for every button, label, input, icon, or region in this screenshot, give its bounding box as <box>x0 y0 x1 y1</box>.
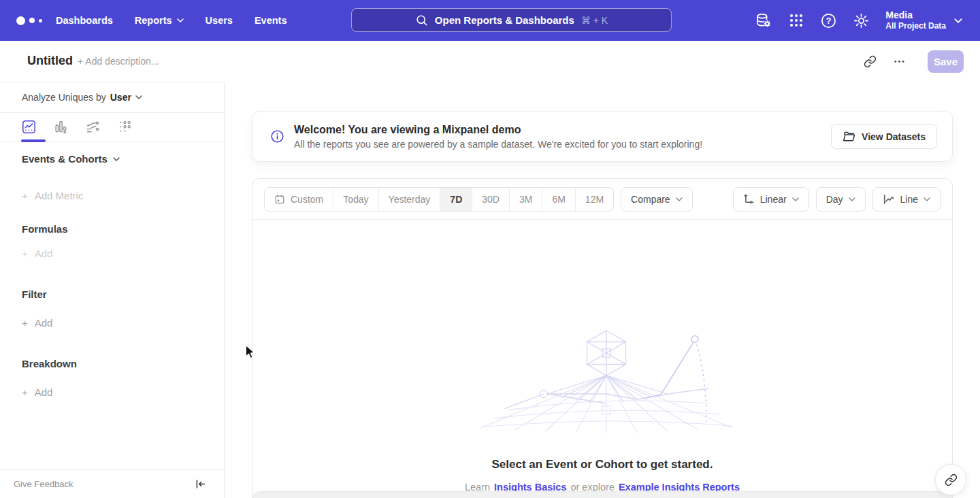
empty-state-title: Select an Event or Cohort to get started… <box>252 458 952 471</box>
empty-state: Select an Event or Cohort to get started… <box>252 220 952 497</box>
search-icon <box>415 14 428 27</box>
insights-chart-card: Custom Today Yesterday 7D 30D 3M 6M 12M … <box>252 178 953 498</box>
nav-events[interactable]: Events <box>255 15 287 26</box>
tab-bar-chart-icon[interactable] <box>54 120 68 134</box>
calendar-icon <box>274 194 285 205</box>
chevron-down-icon <box>113 157 120 161</box>
breakdown-label: Breakdown <box>22 358 77 369</box>
nav-reports[interactable]: Reports <box>135 15 184 26</box>
add-formula-label: Add <box>35 248 53 259</box>
range-3m[interactable]: 3M <box>509 188 542 211</box>
chevron-down-icon <box>135 95 142 99</box>
nav-reports-label: Reports <box>135 15 172 26</box>
tab-insights-line-icon[interactable] <box>22 120 36 134</box>
svg-text:?: ? <box>826 16 832 26</box>
link-icon <box>945 474 958 486</box>
chevron-down-icon <box>954 18 962 23</box>
banner-text: Welcome! You are viewing a Mixpanel demo… <box>294 124 831 150</box>
search-shortcut: ⌘ + K <box>581 15 608 26</box>
analyze-value-dropdown[interactable]: User <box>110 92 142 103</box>
plus-icon: + <box>22 248 28 259</box>
display-controls: Linear Day Line <box>733 187 941 212</box>
logo-dot-medium <box>29 18 35 23</box>
line-chart-icon <box>883 193 895 205</box>
more-options-icon[interactable] <box>894 57 905 66</box>
give-feedback-link[interactable]: Give Feedback <box>14 479 73 489</box>
settings-gear-icon[interactable] <box>853 12 870 29</box>
global-search-input[interactable]: Open Reports & Dashboards ⌘ + K <box>351 8 672 32</box>
add-filter-label: Add <box>35 317 53 329</box>
range-6m[interactable]: 6M <box>542 188 574 211</box>
filter-section-header: Filter <box>22 288 47 300</box>
date-controls: Custom Today Yesterday 7D 30D 3M 6M 12M … <box>264 187 693 212</box>
selected-tab-underline <box>21 139 46 142</box>
chart-type-tabs <box>0 113 224 142</box>
plus-icon: + <box>22 190 28 201</box>
report-description-placeholder[interactable]: + Add description... <box>78 56 159 67</box>
add-breakdown-label: Add <box>35 386 53 398</box>
add-metric-label: Add Metric <box>35 190 84 201</box>
analyze-prefix-label: Analyze Uniques by <box>22 92 106 103</box>
granularity-label: Day <box>826 194 843 205</box>
nav-users[interactable]: Users <box>206 15 233 26</box>
banner-subtitle: All the reports you see are powered by a… <box>294 139 831 150</box>
date-range-segmented-control: Custom Today Yesterday 7D 30D 3M 6M 12M <box>264 187 614 212</box>
filter-label: Filter <box>22 288 47 300</box>
scale-label: Linear <box>760 194 787 205</box>
chevron-down-icon <box>924 197 930 201</box>
logo-dot-large <box>16 16 25 25</box>
report-header-bar: Untitled + Add description... Save <box>0 41 980 82</box>
add-filter-button[interactable]: + Add <box>22 317 52 329</box>
help-icon[interactable]: ? <box>820 12 837 29</box>
events-cohorts-section-header[interactable]: Events & Cohorts <box>22 153 120 165</box>
search-placeholder: Open Reports & Dashboards <box>435 14 574 26</box>
analyze-uniques-row: Analyze Uniques by User <box>0 82 224 113</box>
plus-icon: + <box>22 317 28 329</box>
chart-controls-row: Custom Today Yesterday 7D 30D 3M 6M 12M … <box>252 179 952 220</box>
range-30d[interactable]: 30D <box>472 188 509 211</box>
events-cohorts-label: Events & Cohorts <box>22 153 108 165</box>
sidebar-footer: Give Feedback <box>0 469 224 498</box>
compare-dropdown[interactable]: Compare <box>621 187 693 212</box>
apps-grid-icon[interactable] <box>788 12 804 29</box>
axes-icon <box>743 193 755 205</box>
chart-type-dropdown[interactable]: Line <box>872 187 941 212</box>
formulas-section-header: Formulas <box>22 223 68 235</box>
mixpanel-logo-icon[interactable] <box>16 16 44 25</box>
nav-dashboards[interactable]: Dashboards <box>56 15 113 26</box>
mixpanel-app: Dashboards Reports Users Events Open Rep… <box>0 0 980 498</box>
report-title[interactable]: Untitled <box>27 54 73 68</box>
demo-welcome-banner: Welcome! You are viewing a Mixpanel demo… <box>252 111 953 162</box>
view-datasets-button[interactable]: View Datasets <box>831 124 937 149</box>
data-management-icon[interactable] <box>755 12 772 29</box>
scale-dropdown[interactable]: Linear <box>733 187 809 212</box>
logo-dot-small <box>39 19 42 22</box>
add-formula-button[interactable]: + Add <box>22 248 52 259</box>
range-custom[interactable]: Custom <box>265 188 333 211</box>
tab-flows-icon[interactable] <box>86 120 100 134</box>
empty-state-illustration <box>467 327 739 439</box>
compare-label: Compare <box>631 194 670 205</box>
collapsed-breakdown-panel-edge[interactable] <box>252 491 952 498</box>
range-yesterday[interactable]: Yesterday <box>378 188 440 211</box>
chevron-down-icon <box>792 197 799 201</box>
plus-icon: + <box>22 386 28 398</box>
save-button[interactable]: Save <box>928 50 964 73</box>
collapse-sidebar-icon[interactable] <box>195 478 206 490</box>
range-today[interactable]: Today <box>333 188 378 211</box>
range-7d[interactable]: 7D <box>440 188 472 211</box>
chevron-down-icon <box>849 197 855 201</box>
tab-retention-grid-icon[interactable] <box>118 120 132 134</box>
share-link-fab[interactable] <box>935 464 966 495</box>
chevron-down-icon <box>177 18 184 22</box>
add-breakdown-button[interactable]: + Add <box>22 386 52 398</box>
analyze-value-label: User <box>110 92 131 103</box>
project-switcher[interactable]: Media All Project Data <box>885 10 962 31</box>
add-metric-button[interactable]: + Add Metric <box>22 190 83 201</box>
info-icon <box>270 129 284 144</box>
copy-link-icon[interactable] <box>864 55 877 68</box>
banner-title: Welcome! You are viewing a Mixpanel demo <box>294 124 831 136</box>
query-builder-sidebar: Analyze Uniques by User <box>0 82 225 498</box>
granularity-dropdown[interactable]: Day <box>816 187 866 212</box>
range-12m[interactable]: 12M <box>575 188 613 211</box>
